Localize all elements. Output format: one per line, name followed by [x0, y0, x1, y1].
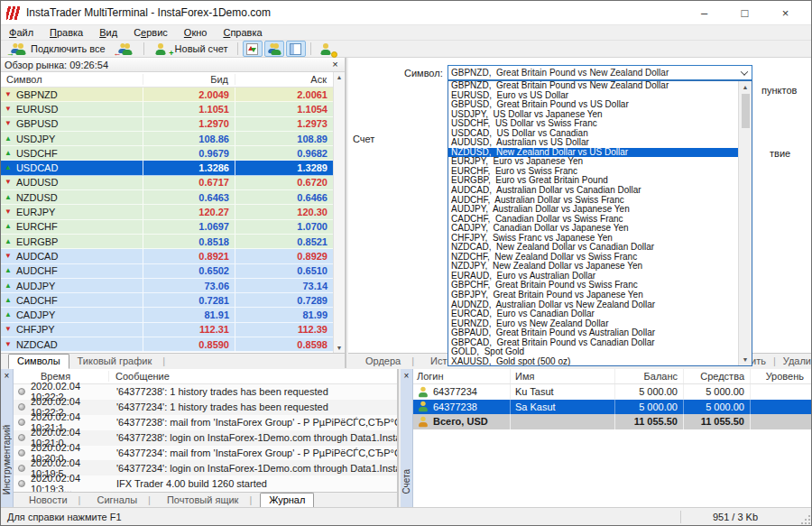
order-form-tab[interactable]: Ордера: [357, 355, 422, 368]
dropdown-option[interactable]: EURCAD, Euro vs Canadian Dollar: [448, 309, 738, 319]
market-watch-row[interactable]: AUDJPY 73.06 73.14: [1, 279, 333, 293]
symbol-combobox[interactable]: GBPNZD, Great Britain Pound vs New Zeala…: [448, 65, 752, 80]
dropdown-option[interactable]: USDCAD, US Dollar vs Canadian: [448, 129, 738, 139]
market-watch-row[interactable]: NZDCAD 0.8590 0.8598: [1, 337, 333, 352]
dropdown-option[interactable]: GBPCHF, Great Britain Pound vs Swiss Fra…: [448, 281, 738, 291]
resize-grip-icon[interactable]: [799, 513, 810, 524]
dropdown-option[interactable]: AUDCHF, Australian Dollar vs Swiss Franc: [448, 196, 738, 206]
minimize-button[interactable]: –: [684, 1, 724, 24]
account-settings-button[interactable]: [316, 41, 339, 57]
menu-item[interactable]: Вид: [91, 27, 125, 38]
dropdown-option[interactable]: EURUSD, Euro vs US Dollar: [448, 91, 738, 101]
dropdown-option[interactable]: EURNZD, Euro vs New Zealand Dollar: [448, 319, 738, 329]
toggle-market-watch-button[interactable]: [243, 41, 263, 57]
menu-item[interactable]: Сервис: [125, 27, 176, 38]
dropdown-option[interactable]: GBPNZD, Great Britain Pound vs New Zeala…: [448, 81, 738, 91]
scroll-down-icon[interactable]: [743, 356, 749, 363]
menu-item[interactable]: Файл: [1, 27, 42, 38]
market-watch-row[interactable]: EURGBP 0.8518 0.8521: [1, 235, 333, 249]
dropdown-option[interactable]: NZDCHF, New Zealand Dollar vs Swiss Fran…: [448, 253, 738, 263]
toggle-toolbox-button[interactable]: [286, 41, 306, 57]
dropdown-option[interactable]: CADJPY, Canadian Dollar vs Japanese Yen: [448, 224, 738, 234]
menu-item[interactable]: Справка: [215, 27, 270, 38]
scroll-down-icon[interactable]: [337, 345, 343, 351]
column-ask[interactable]: Аск: [235, 74, 333, 85]
column-bid[interactable]: Бид: [143, 74, 235, 85]
dropdown-option[interactable]: GBPJPY, Great Britain Pound vs Japanese …: [448, 291, 738, 300]
toolbox-tab[interactable]: Почтовый ящик: [159, 494, 260, 507]
market-watch-scrollbar[interactable]: [333, 72, 345, 353]
market-watch-row[interactable]: CHFJPY 112.31 112.39: [1, 323, 333, 337]
market-watch-tab[interactable]: Тиковый график: [69, 355, 174, 368]
dropdown-option[interactable]: AUDCAD, Australian Dollar vs Canadian Do…: [448, 186, 738, 196]
market-watch-row[interactable]: EURCHF 1.0697 1.0700: [1, 220, 333, 235]
dropdown-option[interactable]: AUDUSD, Australian vs US Dollar: [448, 138, 738, 148]
column-name[interactable]: Имя: [511, 369, 615, 383]
market-watch-row[interactable]: NZDUSD 0.6463 0.6466: [1, 190, 333, 205]
journal-row[interactable]: 2020.02.04 10:19:3... IFX Trader 4.00 bu…: [14, 475, 397, 491]
market-watch-row[interactable]: USDJPY 108.86 108.89: [1, 132, 333, 146]
dropdown-option[interactable]: EURAUD, Euro vs Australian Dollar: [448, 272, 738, 281]
market-watch-row[interactable]: GBPUSD 1.2970 1.2973: [1, 117, 333, 132]
toolbox-tab[interactable]: Журнал: [260, 493, 314, 508]
close-icon[interactable]: [401, 371, 412, 381]
dropdown-option[interactable]: XAUUSD, Gold spot (500 oz): [448, 357, 738, 365]
column-equity[interactable]: Средства: [684, 369, 751, 383]
dropdown-scrollbar[interactable]: [738, 81, 752, 365]
dropdown-option[interactable]: AUDJPY, Australian Dollar vs Japanese Ye…: [448, 205, 738, 215]
delete-button-fragment[interactable]: Удали: [783, 355, 811, 366]
market-watch-row[interactable]: AUDUSD 0.6717 0.6720: [1, 176, 333, 190]
market-watch-row[interactable]: GBPNZD 2.0049 2.0061: [1, 88, 333, 102]
dropdown-option[interactable]: CHFJPY, Swiss Franc vs Japanese Yen: [448, 234, 738, 244]
toolbox-tab[interactable]: Сигналы: [88, 494, 158, 507]
market-watch-row[interactable]: EURUSD 1.1051 1.1054: [1, 102, 333, 116]
market-watch-row[interactable]: CADCHF 0.7281 0.7289: [1, 293, 333, 308]
dropdown-option[interactable]: NZDUSD, New Zealand Dollar vs US Dollar: [448, 148, 738, 158]
close-icon[interactable]: [329, 60, 341, 69]
chevron-down-icon[interactable]: [737, 70, 752, 76]
maximize-button[interactable]: □: [724, 1, 765, 24]
market-watch-row[interactable]: USDCAD 1.3286 1.3289: [1, 161, 333, 175]
scroll-up-icon[interactable]: [743, 84, 749, 90]
close-icon[interactable]: [1, 371, 13, 381]
dropdown-option[interactable]: GBPCAD, Great Britain Pound vs Canadian …: [448, 338, 738, 348]
column-message[interactable]: Сообщение: [109, 371, 397, 382]
dropdown-option[interactable]: NZDCAD, New Zealand Dollar vs Canadian D…: [448, 243, 738, 253]
close-button[interactable]: ×: [765, 1, 806, 24]
account-row[interactable]: Всего, USD 11 055.50 11 055.50: [413, 414, 811, 429]
dropdown-option[interactable]: GOLD, Spot Gold: [448, 347, 738, 357]
bid-price: 1.2970: [143, 117, 235, 132]
connect-all-button[interactable]: → Подключить все: [5, 41, 110, 57]
disconnect-all-button[interactable]: ←: [112, 41, 139, 57]
market-watch-row[interactable]: AUDCHF 0.6502 0.6510: [1, 264, 333, 279]
market-watch-tab[interactable]: Символы: [8, 354, 69, 369]
column-time[interactable]: Время: [14, 371, 109, 382]
dropdown-option[interactable]: GBPAUD, Great Britain Pound vs Australia…: [448, 328, 738, 338]
dropdown-option[interactable]: EURJPY, Euro vs Japanese Yen: [448, 157, 738, 167]
market-watch-row[interactable]: CADJPY 81.91 81.99: [1, 308, 333, 322]
dropdown-option[interactable]: USDCHF, US Dollar vs Swiss Franc: [448, 119, 738, 129]
market-watch-row[interactable]: AUDCAD 0.8921 0.8929: [1, 249, 333, 263]
menu-item[interactable]: Правка: [42, 27, 91, 38]
column-level[interactable]: Уровень: [751, 371, 811, 382]
account-row[interactable]: 64377238 Sa Kasut 5 000.00 5 000.00: [413, 400, 811, 415]
market-watch-row[interactable]: EURJPY 120.27 120.30: [1, 205, 333, 219]
column-balance[interactable]: Баланс: [615, 369, 684, 383]
scroll-up-icon[interactable]: [337, 74, 343, 80]
market-watch-row[interactable]: USDCHF 0.9679 0.9682: [1, 146, 333, 161]
dropdown-option[interactable]: USDJPY, US Dollar vs Japanese Yen: [448, 110, 738, 120]
dropdown-option[interactable]: NZDJPY, New Zealand Dollar vs Japanese Y…: [448, 262, 738, 272]
dropdown-option[interactable]: EURCHF, Euro vs Swiss Franc: [448, 167, 738, 177]
toggle-accounts-button[interactable]: [264, 41, 284, 57]
dropdown-option[interactable]: AUDNZD, Australian Dollar vs New Zealand…: [448, 300, 738, 310]
dropdown-option[interactable]: CADCHF, Canadian Dollar vs Swiss Franc: [448, 215, 738, 225]
toolbox-tab[interactable]: Новости: [21, 494, 88, 507]
column-login[interactable]: Логин: [413, 369, 511, 383]
new-account-button[interactable]: + Новый счет: [149, 41, 233, 57]
column-symbol[interactable]: Символ: [1, 74, 143, 85]
account-row[interactable]: 64377234 Ku Tasut 5 000.00 5 000.00: [413, 384, 811, 400]
scrollbar-thumb[interactable]: [742, 94, 750, 128]
dropdown-option[interactable]: EURGBP, Euro vs Great Britain Pound: [448, 176, 738, 186]
menu-item[interactable]: Окно: [176, 27, 216, 38]
dropdown-option[interactable]: GBPUSD, Great Britain Pound vs US Dollar: [448, 100, 738, 110]
